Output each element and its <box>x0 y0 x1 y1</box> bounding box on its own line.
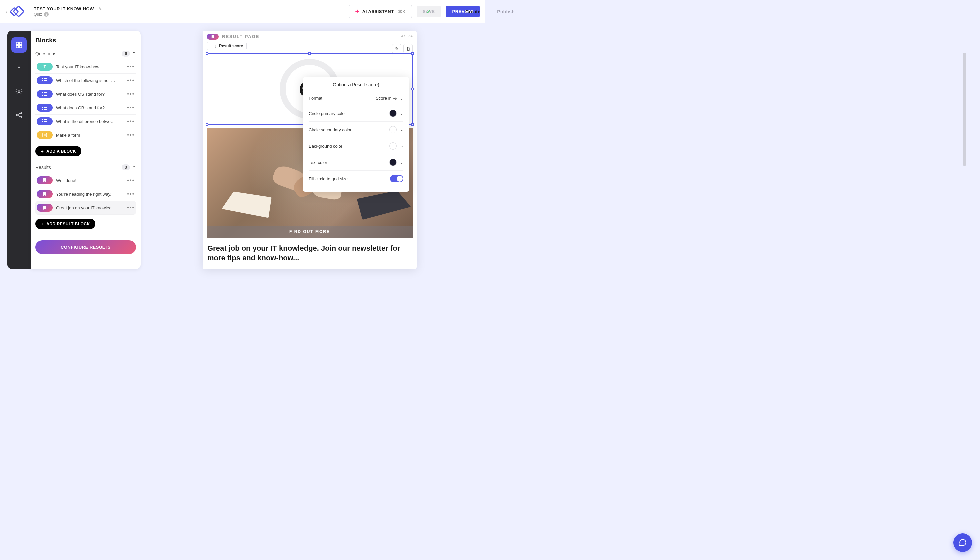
result-item-1[interactable]: Well done! ••• <box>35 174 136 187</box>
block-item-q3[interactable]: What does GB stand for? ••• <box>35 101 136 115</box>
ai-assistant-button[interactable]: ✦ AI ASSISTANT ⌘K <box>349 5 412 18</box>
more-icon[interactable]: ••• <box>127 77 135 83</box>
svg-point-7 <box>18 91 20 93</box>
more-icon[interactable]: ••• <box>127 105 135 111</box>
svg-rect-15 <box>42 80 43 81</box>
blocks-panel: Blocks Questions 6 ⌃ T Test your IT know… <box>31 31 141 269</box>
result-page-label: RESULT PAGE <box>222 34 260 39</box>
resize-handle[interactable] <box>206 88 208 90</box>
more-icon[interactable]: ••• <box>127 205 135 211</box>
resize-handle[interactable] <box>411 52 414 55</box>
results-count: 3 <box>122 164 130 170</box>
redo-icon[interactable]: ↷ <box>408 33 413 40</box>
svg-rect-34 <box>44 121 47 122</box>
chevron-down-icon[interactable]: ⌄ <box>400 111 403 116</box>
secondary-color-row[interactable]: Circle secondary color ⌄ <box>309 122 403 138</box>
more-icon[interactable]: ••• <box>127 132 135 138</box>
svg-point-10 <box>20 116 22 118</box>
side-rail <box>7 31 31 269</box>
svg-rect-23 <box>42 95 43 96</box>
info-icon[interactable]: i <box>44 12 49 17</box>
title-block: TEST YOUR IT KNOW-HOW. ✎ Quiz i <box>34 6 102 17</box>
edit-title-icon[interactable]: ✎ <box>98 6 102 11</box>
resize-handle[interactable] <box>308 52 311 55</box>
more-icon[interactable]: ••• <box>127 64 135 70</box>
section-questions-label: Questions <box>35 51 56 56</box>
add-block-button[interactable]: + ADD A BLOCK <box>35 146 81 156</box>
main-tabs: Create Publish <box>465 9 485 14</box>
result-heading[interactable]: Great job on your IT knowledge. Join our… <box>207 244 412 263</box>
block-item-intro[interactable]: T Test your IT know-how ••• <box>35 60 136 74</box>
resize-handle[interactable] <box>206 123 208 126</box>
block-label: Test your IT know-how <box>56 64 124 69</box>
svg-rect-33 <box>42 121 43 122</box>
color-swatch[interactable] <box>389 110 397 117</box>
svg-rect-19 <box>42 92 43 93</box>
page-label-row: RESULT PAGE ↶ ↷ <box>203 31 417 42</box>
svg-rect-17 <box>42 82 43 82</box>
svg-rect-24 <box>44 95 47 96</box>
chevron-down-icon[interactable]: ⌄ <box>400 144 403 148</box>
save-button[interactable]: SAVE ✓ <box>417 6 441 17</box>
chevron-up-icon: ⌃ <box>132 51 136 56</box>
svg-rect-14 <box>44 78 47 79</box>
undo-icon[interactable]: ↶ <box>401 33 405 40</box>
configure-results-button[interactable]: CONFIGURE RESULTS <box>35 240 136 254</box>
svg-rect-2 <box>16 42 18 44</box>
format-value: Score in % <box>376 96 397 101</box>
selected-element-chip[interactable]: ⋮⋮ Result score <box>207 42 247 50</box>
list-block-icon <box>37 90 53 98</box>
more-icon[interactable]: ••• <box>127 118 135 124</box>
svg-rect-22 <box>44 94 47 94</box>
format-row[interactable]: Format Score in % ⌄ <box>309 91 403 105</box>
tab-create[interactable]: Create <box>465 9 480 14</box>
section-questions-header[interactable]: Questions 6 ⌃ <box>35 51 136 57</box>
text-color-label: Text color <box>309 160 327 165</box>
resize-handle[interactable] <box>411 88 414 90</box>
bg-color-row[interactable]: Background color ⌄ <box>309 138 403 154</box>
block-item-q4[interactable]: What is the difference betwe… ••• <box>35 115 136 128</box>
block-item-form[interactable]: Make a form ••• <box>35 128 136 142</box>
more-icon[interactable]: ••• <box>127 177 135 183</box>
workspace: Blocks Questions 6 ⌃ T Test your IT know… <box>0 23 485 277</box>
rail-blocks-icon[interactable] <box>11 37 27 53</box>
back-button[interactable]: ‹ <box>5 9 7 15</box>
block-item-q2[interactable]: What does OS stand for? ••• <box>35 87 136 101</box>
rail-design-icon[interactable] <box>11 61 27 76</box>
svg-rect-36 <box>44 123 47 123</box>
edit-element-button[interactable]: ✎ <box>392 44 401 53</box>
color-swatch[interactable] <box>389 142 397 150</box>
text-block-icon: T <box>37 63 53 71</box>
add-result-button[interactable]: + ADD RESULT BLOCK <box>35 219 95 229</box>
text-color-row[interactable]: Text color ⌄ <box>309 154 403 171</box>
chevron-down-icon[interactable]: ⌄ <box>400 96 403 101</box>
more-icon[interactable]: ••• <box>127 91 135 97</box>
app-logo[interactable] <box>10 5 27 18</box>
svg-rect-13 <box>42 78 43 79</box>
more-icon[interactable]: ••• <box>127 191 135 197</box>
section-results-header[interactable]: Results 3 ⌃ <box>35 164 136 170</box>
block-item-q1[interactable]: Which of the following is not … ••• <box>35 74 136 87</box>
fill-circle-toggle[interactable] <box>390 175 403 182</box>
drag-handle-icon[interactable]: ⋮⋮ <box>210 44 217 48</box>
primary-color-row[interactable]: Circle primary color ⌄ <box>309 105 403 122</box>
chevron-down-icon[interactable]: ⌄ <box>400 127 403 132</box>
resize-handle[interactable] <box>206 52 208 55</box>
block-label: Well done! <box>56 178 124 183</box>
resize-handle[interactable] <box>411 123 414 126</box>
color-swatch[interactable] <box>389 159 397 166</box>
list-block-icon <box>37 117 53 125</box>
rail-share-icon[interactable] <box>11 107 27 123</box>
result-item-2[interactable]: You're heading the right way. ••• <box>35 187 136 201</box>
chevron-down-icon[interactable]: ⌄ <box>400 160 403 165</box>
sparkle-icon: ✦ <box>355 8 360 15</box>
color-swatch[interactable] <box>389 126 397 133</box>
check-icon: ✓ <box>427 9 431 14</box>
block-label: Great job on your IT knowled… <box>56 205 124 210</box>
rail-settings-icon[interactable] <box>11 84 27 99</box>
svg-point-9 <box>16 114 18 116</box>
chip-label: Result score <box>219 44 243 48</box>
result-item-3[interactable]: Great job on your IT knowled… ••• <box>35 201 136 215</box>
ai-shortcut: ⌘K <box>398 9 406 14</box>
fill-circle-row: Fill circle to grid size <box>309 171 403 187</box>
